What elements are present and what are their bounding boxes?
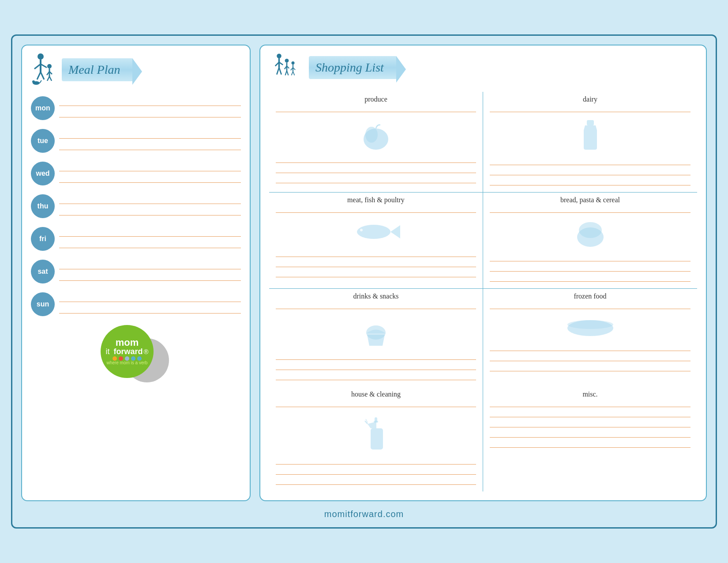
day-line[interactable] bbox=[59, 306, 241, 314]
day-lines-wed bbox=[59, 164, 241, 183]
cat-line[interactable] bbox=[490, 431, 690, 438]
logo-green: mom it forward® where mom is a v bbox=[101, 325, 154, 378]
cat-line[interactable] bbox=[490, 411, 690, 417]
day-lines-fri bbox=[59, 230, 241, 248]
cat-line[interactable] bbox=[490, 265, 690, 272]
person-icon bbox=[31, 52, 57, 87]
category-produce: produce bbox=[269, 92, 483, 193]
category-drinks-title: drinks & snacks bbox=[276, 292, 476, 300]
spray-bottle-icon bbox=[364, 413, 388, 453]
day-line[interactable] bbox=[59, 110, 241, 117]
dairy-icon-area bbox=[490, 118, 690, 153]
day-line[interactable] bbox=[59, 208, 241, 215]
cat-line[interactable] bbox=[490, 421, 690, 427]
svg-point-36 bbox=[357, 225, 390, 239]
cat-line[interactable] bbox=[490, 345, 690, 351]
cat-line[interactable] bbox=[276, 167, 476, 173]
cat-line[interactable] bbox=[276, 479, 476, 485]
cat-line[interactable] bbox=[490, 159, 690, 165]
svg-point-0 bbox=[38, 53, 44, 60]
shopping-header: Shopping List bbox=[269, 52, 697, 83]
category-frozen-title: frozen food bbox=[490, 292, 690, 300]
cat-line[interactable] bbox=[490, 169, 690, 175]
cat-line[interactable] bbox=[490, 442, 690, 448]
apple-icon bbox=[358, 118, 394, 151]
cat-line[interactable] bbox=[276, 458, 476, 465]
category-dairy-title: dairy bbox=[490, 95, 690, 103]
day-line[interactable] bbox=[59, 143, 241, 150]
logo-area: mom it forward® where mom is a v bbox=[31, 325, 241, 382]
cat-line[interactable] bbox=[490, 401, 690, 407]
logo-wrap: mom it forward® where mom is a v bbox=[101, 325, 171, 382]
cat-line[interactable] bbox=[276, 364, 476, 370]
logo-line1: mom bbox=[116, 338, 139, 348]
category-drinks: drinks & snacks bbox=[269, 289, 483, 387]
category-bread-lines bbox=[490, 207, 690, 282]
day-line[interactable] bbox=[59, 274, 241, 281]
cat-line[interactable] bbox=[490, 179, 690, 185]
cat-line[interactable] bbox=[276, 106, 476, 112]
meal-plan-header: Meal Plan bbox=[31, 52, 241, 87]
cat-line[interactable] bbox=[490, 207, 690, 213]
meal-plan-panel: Meal Plan mon tue bbox=[21, 45, 251, 501]
day-line[interactable] bbox=[59, 99, 241, 106]
day-row-sat: sat bbox=[31, 260, 241, 283]
cat-line[interactable] bbox=[276, 177, 476, 183]
svg-rect-35 bbox=[587, 120, 594, 125]
day-line[interactable] bbox=[59, 262, 241, 269]
cat-line[interactable] bbox=[490, 276, 690, 282]
cat-line[interactable] bbox=[276, 261, 476, 267]
day-circle-mon: mon bbox=[31, 96, 55, 120]
frozen-dish-icon bbox=[564, 315, 617, 339]
cat-line[interactable] bbox=[276, 469, 476, 475]
cat-line[interactable] bbox=[490, 255, 690, 261]
day-circle-tue: tue bbox=[31, 129, 55, 153]
cat-line[interactable] bbox=[276, 374, 476, 380]
cat-line[interactable] bbox=[276, 271, 476, 277]
cupcake-icon-area bbox=[276, 315, 476, 348]
svg-line-4 bbox=[37, 72, 41, 79]
cat-line[interactable] bbox=[276, 354, 476, 360]
category-meat-lines bbox=[276, 207, 476, 277]
meal-plan-title: Meal Plan bbox=[68, 63, 120, 76]
day-lines-sun bbox=[59, 295, 241, 314]
cat-line[interactable] bbox=[490, 106, 690, 112]
day-line[interactable] bbox=[59, 132, 241, 139]
day-row-tue: tue bbox=[31, 129, 241, 153]
day-lines-tue bbox=[59, 132, 241, 150]
cat-line[interactable] bbox=[276, 207, 476, 213]
logo-forward: forward bbox=[113, 348, 143, 355]
shopping-grid: produce bbox=[269, 92, 697, 491]
day-line[interactable] bbox=[59, 295, 241, 302]
day-row-fri: fri bbox=[31, 227, 241, 251]
svg-line-14 bbox=[40, 80, 41, 83]
category-drinks-lines bbox=[276, 303, 476, 380]
category-house-lines bbox=[276, 401, 476, 485]
cat-line[interactable] bbox=[490, 355, 690, 361]
cat-line[interactable] bbox=[490, 303, 690, 309]
svg-point-37 bbox=[360, 229, 363, 231]
day-line[interactable] bbox=[59, 176, 241, 183]
day-row-thu: thu bbox=[31, 194, 241, 218]
shopping-title: Shopping List bbox=[315, 60, 384, 74]
svg-line-19 bbox=[277, 68, 279, 75]
day-line[interactable] bbox=[59, 241, 241, 248]
day-lines-thu bbox=[59, 197, 241, 215]
day-line[interactable] bbox=[59, 230, 241, 237]
cat-line[interactable] bbox=[276, 157, 476, 163]
svg-rect-43 bbox=[371, 428, 383, 450]
cat-line[interactable] bbox=[276, 251, 476, 257]
svg-line-20 bbox=[279, 68, 281, 75]
day-row-wed: wed bbox=[31, 162, 241, 185]
cat-line[interactable] bbox=[276, 303, 476, 309]
cat-line[interactable] bbox=[276, 401, 476, 407]
main-content: Meal Plan mon tue bbox=[21, 45, 707, 501]
cat-line[interactable] bbox=[490, 365, 690, 371]
category-dairy-lines bbox=[490, 106, 690, 185]
day-line[interactable] bbox=[59, 197, 241, 204]
svg-line-10 bbox=[47, 76, 49, 81]
category-frozen: frozen food bbox=[483, 289, 697, 387]
page-wrapper: Meal Plan mon tue bbox=[11, 34, 717, 529]
day-circle-sun: sun bbox=[31, 292, 55, 316]
day-line[interactable] bbox=[59, 164, 241, 171]
